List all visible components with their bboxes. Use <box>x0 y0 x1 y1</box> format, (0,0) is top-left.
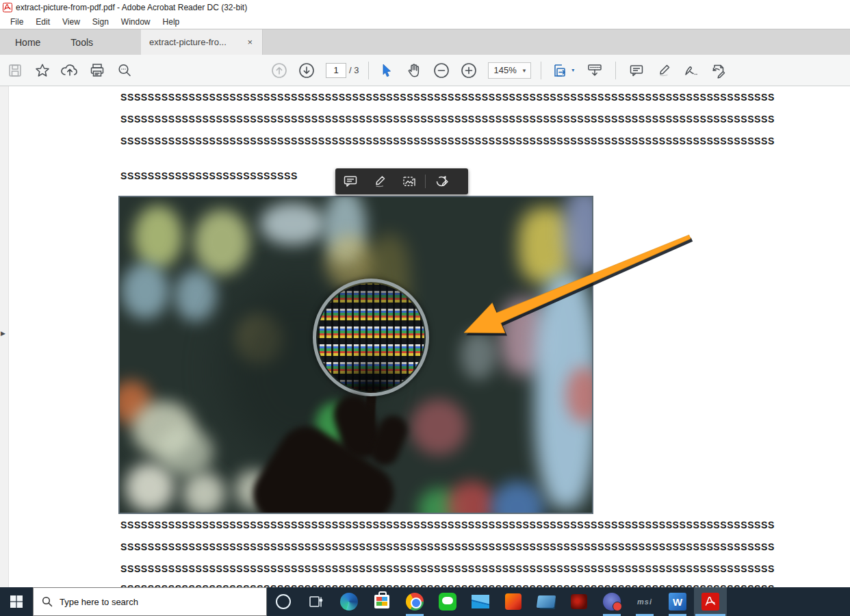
start-button[interactable] <box>0 587 33 616</box>
tab-document-label: extract-picture-fro... <box>149 37 227 47</box>
menu-file[interactable]: File <box>4 17 29 27</box>
laptop-app-icon <box>537 595 556 608</box>
mail-icon <box>472 595 489 608</box>
mini-toolbar-divider <box>425 175 426 188</box>
fit-width-button[interactable]: ▾ <box>545 57 581 84</box>
page-number-input[interactable] <box>326 63 346 78</box>
bokeh-photo[interactable] <box>118 196 593 514</box>
fill-sign-tool-button[interactable] <box>678 57 705 84</box>
selection-mini-toolbar <box>335 168 468 194</box>
tab-close-icon[interactable]: × <box>246 37 254 47</box>
taskbar-store[interactable] <box>365 587 398 616</box>
menu-help[interactable]: Help <box>157 17 186 27</box>
fit-width-caret-icon: ▾ <box>571 67 574 73</box>
comment-tool-button[interactable] <box>623 57 650 84</box>
edge-icon <box>340 593 358 611</box>
magnifier-city-view <box>318 283 424 392</box>
find-button[interactable] <box>111 57 138 84</box>
cloud-upload-button[interactable] <box>56 57 83 84</box>
acrobat-window: extract-picture-from-pdf.pdf - Adobe Acr… <box>0 0 850 616</box>
zoom-level-value: 145% <box>493 65 516 75</box>
taskbar-messenger-app[interactable] <box>595 587 628 616</box>
taskbar-search-input[interactable]: Type here to search <box>33 587 267 616</box>
print-button[interactable] <box>83 57 111 84</box>
red-app-icon <box>571 594 587 609</box>
title-bar: extract-picture-from-pdf.pdf - Adobe Acr… <box>0 0 850 15</box>
mini-export-button[interactable] <box>427 175 456 188</box>
messenger-app-icon <box>603 593 621 611</box>
menu-window[interactable]: Window <box>115 17 157 27</box>
store-icon <box>374 595 389 608</box>
search-placeholder: Type here to search <box>60 597 138 607</box>
menu-bar: File Edit View Sign Window Help <box>0 15 850 29</box>
menu-sign[interactable]: Sign <box>86 17 115 27</box>
page-total-label: / 3 <box>349 65 359 75</box>
menu-view[interactable]: View <box>56 17 86 27</box>
tab-home[interactable]: Home <box>0 29 55 55</box>
tab-tools[interactable]: Tools <box>55 29 108 55</box>
acrobat-icon <box>701 593 719 611</box>
text-row: SSSSSSSSSSSSSSSSSSSSSSSSSSSSSSSSSSSSSSSS… <box>120 136 775 146</box>
bokeh-blob <box>183 472 225 514</box>
text-row: SSSSSSSSSSSSSSSSSSSSSSSSSSSSSSSSSSSSSSSS… <box>120 563 775 574</box>
windows-taskbar: Type here to search msi W <box>0 587 850 616</box>
star-favorites-button[interactable] <box>29 57 56 84</box>
zoom-out-button[interactable] <box>428 57 455 84</box>
chrome-icon <box>406 593 424 611</box>
taskbar-office[interactable] <box>497 587 530 616</box>
text-row-short: SSSSSSSSSSSSSSSSSSSSSSSSSS <box>120 170 298 181</box>
page-scrolling-button[interactable] <box>581 57 608 84</box>
mini-highlight-button[interactable] <box>365 175 394 188</box>
zoom-level-dropdown[interactable]: 145% ▾ <box>488 62 531 79</box>
menu-edit[interactable]: Edit <box>29 17 56 27</box>
next-page-button[interactable] <box>293 57 320 84</box>
word-icon: W <box>669 593 686 611</box>
taskbar-word[interactable]: W <box>661 587 694 616</box>
zoom-caret-icon: ▾ <box>523 67 526 74</box>
bokeh-blob <box>194 209 250 275</box>
bokeh-blob <box>121 263 169 319</box>
bokeh-blob <box>447 481 496 514</box>
text-row: SSSSSSSSSSSSSSSSSSSSSSSSSSSSSSSSSSSSSSSS… <box>120 519 775 530</box>
msi-app-icon: msi <box>637 598 652 606</box>
bokeh-blob <box>461 331 496 380</box>
line-icon <box>439 593 456 611</box>
taskbar-edge[interactable] <box>333 587 365 616</box>
window-title: extract-picture-from-pdf.pdf - Adobe Acr… <box>16 3 247 12</box>
tab-document[interactable]: extract-picture-fro... × <box>141 29 263 55</box>
cortana-button[interactable] <box>267 587 300 616</box>
bokeh-blob <box>411 399 467 455</box>
taskbar-chrome[interactable] <box>398 587 431 616</box>
tab-bar: Home Tools extract-picture-fro... × <box>0 29 850 55</box>
expand-pane-icon[interactable]: ▶ <box>1 330 5 337</box>
highlight-tool-button[interactable] <box>650 57 678 84</box>
zoom-in-button[interactable] <box>455 57 482 84</box>
taskbar-mail[interactable] <box>464 587 497 616</box>
bokeh-blob <box>157 427 214 476</box>
save-button[interactable] <box>1 57 29 84</box>
taskbar-acrobat[interactable] <box>694 587 727 616</box>
navigation-pane-strip[interactable]: ▶ <box>0 86 9 587</box>
export-pdf-tool-button[interactable] <box>705 57 732 84</box>
taskbar-red-app[interactable] <box>563 587 595 616</box>
search-icon <box>42 596 53 607</box>
previous-page-button[interactable] <box>266 57 293 84</box>
bokeh-blob <box>491 481 544 514</box>
text-row: SSSSSSSSSSSSSSSSSSSSSSSSSSSSSSSSSSSSSSSS… <box>120 92 775 103</box>
taskbar-msi-app[interactable]: msi <box>628 587 661 616</box>
task-view-button[interactable] <box>300 587 333 616</box>
acrobat-app-icon <box>3 3 12 12</box>
main-toolbar: / 3 145% ▾ ▾ <box>0 55 850 86</box>
text-row: SSSSSSSSSSSSSSSSSSSSSSSSSSSSSSSSSSSSSSSS… <box>120 541 775 552</box>
select-tool-button[interactable] <box>373 57 400 84</box>
document-area: ▶ SSSSSSSSSSSSSSSSSSSSSSSSSSSSSSSSSSSSSS… <box>0 86 850 587</box>
taskbar-line[interactable] <box>431 587 464 616</box>
text-row: SSSSSSSSSSSSSSSSSSSSSSSSSSSSSSSSSSSSSSSS… <box>120 114 775 125</box>
bokeh-blob <box>133 205 183 268</box>
bokeh-blob <box>175 270 217 322</box>
magnifier-glass <box>313 279 429 396</box>
taskbar-laptop-app[interactable] <box>530 587 563 616</box>
mini-copy-image-button[interactable] <box>394 175 424 188</box>
mini-comment-button[interactable] <box>335 175 365 188</box>
hand-tool-button[interactable] <box>400 57 428 84</box>
